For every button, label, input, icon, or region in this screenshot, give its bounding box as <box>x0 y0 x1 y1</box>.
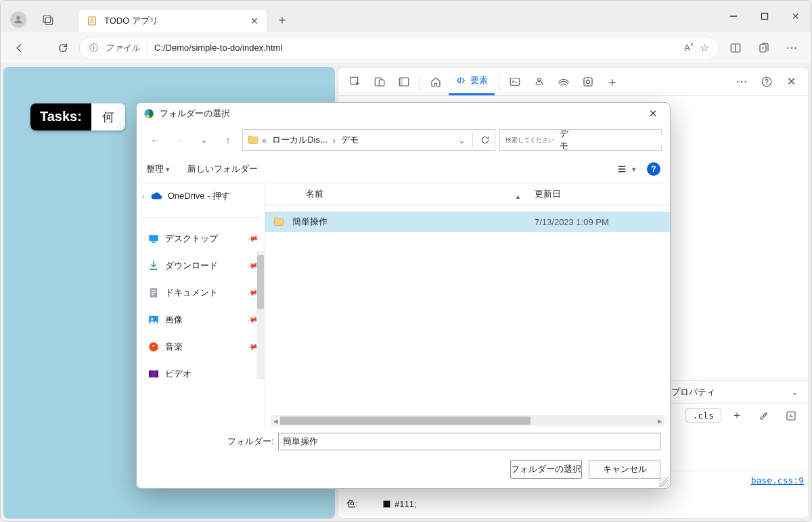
organize-menu[interactable]: 整理 ▾ <box>146 163 170 175</box>
cancel-button[interactable]: キャンセル <box>589 460 660 479</box>
network-tab-icon[interactable] <box>552 70 575 93</box>
nav-recent-button[interactable]: ⌄ <box>194 130 214 150</box>
help-button[interactable]: ? <box>647 162 660 176</box>
favorites-icon[interactable]: ☆ <box>700 41 709 54</box>
scroll-right-icon[interactable]: ▸ <box>655 415 664 426</box>
browser-toolbar: ⓘ ファイル C:/Demo/simple-to-do/index.html A… <box>1 32 811 64</box>
breadcrumb-item[interactable]: デモ <box>338 134 361 146</box>
chevron-right-icon: › <box>142 192 145 200</box>
read-aloud-icon[interactable]: A⁾⁾ <box>684 42 693 53</box>
cls-toggle[interactable]: .cls <box>685 408 721 423</box>
svg-rect-18 <box>399 78 403 86</box>
nav-scrollbar[interactable] <box>256 251 265 379</box>
search-input[interactable] <box>574 135 671 145</box>
svg-rect-23 <box>584 78 592 86</box>
nav-item-music[interactable]: 音楽📌 <box>145 338 261 356</box>
select-folder-button[interactable]: フォルダーの選択 <box>510 460 582 479</box>
more-tabs-icon[interactable]: ＋ <box>601 70 624 93</box>
person-icon <box>13 14 24 25</box>
app-icon <box>143 108 154 119</box>
devtools-help-icon[interactable] <box>755 70 778 93</box>
nav-item-videos[interactable]: ビデオ <box>145 365 261 383</box>
column-name[interactable]: 名前 ▲ <box>265 188 535 200</box>
devtools-more-icon[interactable]: ··· <box>731 70 754 93</box>
styles-tools-row: .cls ＋ <box>662 403 808 427</box>
pictures-icon <box>148 314 160 326</box>
collections-icon[interactable] <box>752 36 776 60</box>
paint-brush-icon[interactable] <box>752 404 775 427</box>
list-body[interactable]: 簡単操作 7/13/2023 1:09 PM <box>265 205 670 415</box>
folder-name-input[interactable] <box>278 433 660 450</box>
console-tab-icon[interactable] <box>503 70 526 93</box>
devtools-close-icon[interactable]: ✕ <box>780 70 803 93</box>
svg-rect-1 <box>43 16 51 23</box>
welcome-tab-icon[interactable] <box>424 70 447 93</box>
dialog-toolbar: 整理 ▾ 新しいフォルダー ▾ ? <box>137 156 670 183</box>
table-row[interactable]: 簡単操作 7/13/2023 1:09 PM <box>265 212 670 232</box>
tab-close-icon[interactable]: ✕ <box>250 16 258 26</box>
svg-rect-33 <box>145 116 150 118</box>
search-box[interactable]: 検索してください デモ <box>499 129 662 151</box>
breadcrumb-item[interactable]: ローカルDis... <box>269 134 330 146</box>
svg-point-24 <box>586 80 589 83</box>
close-window-button[interactable]: ✕ <box>780 1 811 32</box>
column-date[interactable]: 更新日 <box>535 188 670 200</box>
maximize-button[interactable] <box>749 1 780 32</box>
new-tab-button[interactable]: ＋ <box>271 9 293 30</box>
refresh-folder-button[interactable] <box>480 135 491 145</box>
breadcrumb-dropdown-icon[interactable]: ⌄ <box>458 135 466 145</box>
performance-tab-icon[interactable] <box>577 70 600 93</box>
folder-picker-dialog: フォルダーの選択 ✕ ← → ⌄ ↑ « ローカルDis... › デモ ⌄ 検… <box>136 102 671 489</box>
computed-toggle-icon[interactable] <box>780 404 803 427</box>
svg-rect-45 <box>152 294 154 295</box>
minimize-button[interactable] <box>718 1 749 32</box>
horizontal-scrollbar[interactable]: ◂ ▸ <box>271 415 664 426</box>
nav-forward-button[interactable]: → <box>169 130 189 150</box>
music-icon <box>148 341 160 353</box>
color-swatch-icon[interactable] <box>383 500 390 508</box>
refresh-button[interactable] <box>51 36 75 60</box>
sources-tab-icon[interactable] <box>528 70 551 93</box>
url-text: C:/Demo/simple-to-do/index.html <box>154 43 677 53</box>
nav-item-onedrive[interactable]: › OneDrive - 押す <box>141 187 261 205</box>
device-toggle-icon[interactable] <box>368 70 391 93</box>
breadcrumb-overflow-icon[interactable]: « <box>262 135 267 145</box>
dialog-close-button[interactable]: ✕ <box>644 105 663 122</box>
nav-item-downloads[interactable]: ダウンロード📌 <box>145 257 261 275</box>
address-bar[interactable]: ⓘ ファイル C:/Demo/simple-to-do/index.html A… <box>79 37 719 60</box>
split-screen-icon[interactable] <box>723 36 748 60</box>
browser-menu-icon[interactable]: ··· <box>780 36 805 60</box>
chevron-down-icon: ⌄ <box>791 387 798 397</box>
breadcrumb-bar[interactable]: « ローカルDis... › デモ ⌄ <box>242 129 495 151</box>
dialog-titlebar: フォルダーの選択 ✕ <box>137 103 670 124</box>
view-menu[interactable]: ▾ <box>616 163 636 175</box>
scroll-left-icon[interactable]: ◂ <box>271 415 280 426</box>
search-scope: デモ <box>560 128 568 152</box>
style-prop-row[interactable]: 色: #111; <box>346 494 808 514</box>
svg-rect-50 <box>149 371 150 378</box>
dialog-footer: フォルダー: フォルダーの選択 キャンセル <box>137 426 670 488</box>
nav-item-documents[interactable]: ドキュメント📌 <box>145 284 261 302</box>
properties-panel-header[interactable]: プロパティ ⌄ <box>662 380 808 403</box>
pin-icon: 📌 <box>247 233 260 245</box>
dialog-title: フォルダーの選択 <box>160 108 230 120</box>
folder-icon <box>247 134 259 146</box>
document-icon <box>148 287 160 299</box>
svg-rect-2 <box>45 18 53 25</box>
new-style-rule-icon[interactable]: ＋ <box>725 404 748 427</box>
nav-up-button[interactable]: ↑ <box>218 130 238 150</box>
dock-side-icon[interactable] <box>392 70 415 93</box>
tab-actions-icon[interactable] <box>36 7 60 32</box>
favicon-icon <box>87 16 97 26</box>
profile-avatar[interactable] <box>10 11 26 28</box>
nav-item-desktop[interactable]: デスクトップ📌 <box>145 230 261 247</box>
new-folder-button[interactable]: 新しいフォルダー <box>187 163 258 175</box>
resize-grip[interactable] <box>659 477 669 487</box>
nav-item-pictures[interactable]: 画像📌 <box>145 311 261 329</box>
site-info-icon[interactable]: ⓘ <box>89 42 98 54</box>
nav-back-button[interactable]: ← <box>145 130 165 150</box>
inspect-icon[interactable] <box>344 70 367 93</box>
browser-tab[interactable]: TODO アプリ ✕ <box>78 9 267 32</box>
back-button[interactable] <box>7 36 32 60</box>
elements-tab[interactable]: 要素 <box>449 68 495 95</box>
